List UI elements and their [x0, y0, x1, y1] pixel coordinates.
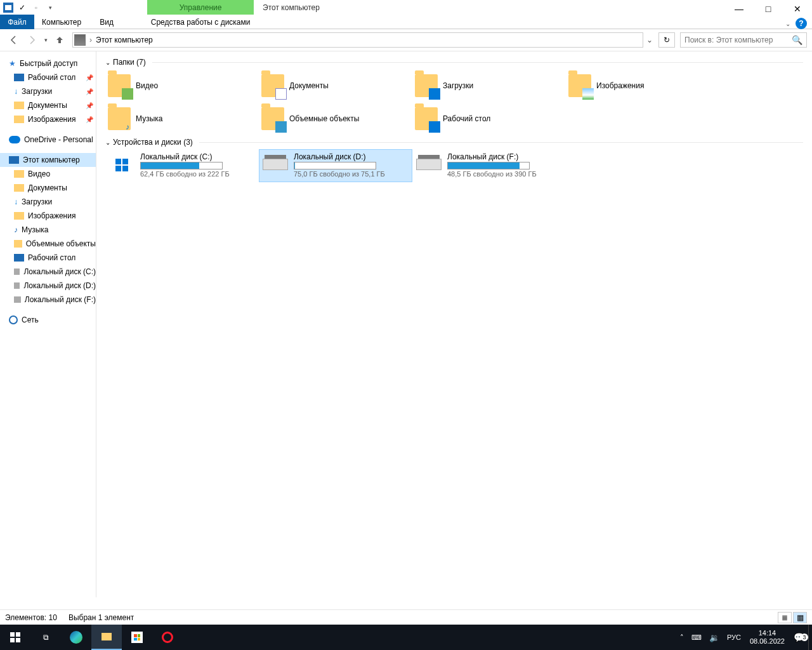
sidebar-this-pc[interactable]: Этот компьютер	[0, 153, 96, 167]
folder-desktop[interactable]: Рабочий стол	[412, 102, 566, 135]
group-header-folders[interactable]: ⌄ Папки (7)	[105, 55, 803, 69]
tray-volume-icon[interactable]: 🔉	[705, 633, 723, 642]
sidebar-pictures[interactable]: Изображения📌	[0, 112, 96, 126]
pin-icon: 📌	[86, 102, 93, 109]
sidebar-quick-access[interactable]: ★Быстрый доступ	[0, 56, 96, 70]
star-icon: ★	[9, 59, 16, 68]
disk-icon	[14, 269, 20, 275]
address-dropdown-button[interactable]: ⌄	[643, 32, 656, 48]
sidebar-downloads2[interactable]: ↓Загрузки	[0, 195, 96, 209]
folder-music[interactable]: ♪Музыка	[105, 102, 259, 135]
search-box[interactable]: 🔍	[680, 32, 807, 48]
pin-icon: 📌	[86, 88, 93, 95]
folder-videos[interactable]: Видео	[105, 69, 259, 102]
drive-name: Локальный диск (F:)	[447, 152, 563, 161]
group-header-drives[interactable]: ⌄ Устройства и диски (3)	[105, 135, 803, 149]
folder-icon	[108, 74, 131, 97]
navigation-tree[interactable]: ★Быстрый доступ Рабочий стол📌 ↓Загрузки📌…	[0, 51, 96, 597]
drive-d[interactable]: Локальный диск (D:) 75,0 ГБ свободно из …	[259, 149, 412, 182]
folder-icon	[415, 107, 438, 130]
sidebar-network[interactable]: Сеть	[0, 313, 96, 327]
drive-free-text: 75,0 ГБ свободно из 75,1 ГБ	[294, 170, 409, 178]
folder-3d-objects[interactable]: Объемные объекты	[259, 102, 412, 135]
drive-c[interactable]: Локальный диск (C:) 62,4 ГБ свободно из …	[105, 149, 259, 182]
qat-properties-icon[interactable]: ✓	[15, 1, 29, 15]
sidebar-documents2[interactable]: Документы	[0, 181, 96, 195]
network-icon	[9, 315, 18, 324]
folder-downloads[interactable]: Загрузки	[412, 69, 566, 102]
sidebar-onedrive[interactable]: OneDrive - Personal	[0, 133, 96, 147]
window-title: Этот компьютер	[254, 0, 724, 15]
refresh-button[interactable]: ↻	[658, 32, 675, 48]
folder-icon	[14, 240, 22, 248]
search-icon[interactable]: 🔍	[792, 35, 806, 45]
folder-icon	[14, 116, 24, 123]
close-button[interactable]: ✕	[783, 0, 812, 18]
drive-name: Локальный диск (D:)	[294, 152, 409, 161]
search-input[interactable]	[684, 36, 792, 44]
taskbar-explorer[interactable]	[91, 625, 122, 650]
drive-free-text: 62,4 ГБ свободно из 222 ГБ	[140, 170, 256, 178]
maximize-button[interactable]: □	[754, 0, 783, 18]
sidebar-disk-f[interactable]: Локальный диск (F:)	[0, 293, 96, 307]
tab-computer[interactable]: Компьютер	[34, 15, 89, 29]
tray-overflow-icon[interactable]: ˄	[676, 633, 688, 642]
sidebar-disk-c[interactable]: Локальный диск (C:)	[0, 265, 96, 279]
view-large-icons-button[interactable]: ▦	[793, 612, 807, 623]
taskbar-store[interactable]	[122, 625, 152, 650]
status-items-count: Элементов: 10	[5, 613, 57, 622]
chevron-down-icon: ⌄	[105, 139, 110, 146]
folder-icon	[14, 212, 24, 220]
nav-up-button[interactable]	[51, 31, 69, 49]
sidebar-3d-objects[interactable]: Объемные объекты	[0, 237, 96, 251]
tray-clock[interactable]: 14:14 08.06.2022	[745, 629, 790, 646]
sidebar-pictures2[interactable]: Изображения	[0, 209, 96, 223]
drive-usage-bar	[140, 162, 223, 169]
folder-icon	[261, 107, 284, 130]
tab-drive-tools[interactable]: Средства работы с дисками	[147, 15, 254, 29]
show-desktop-button[interactable]	[808, 625, 812, 650]
desktop-icon	[14, 254, 24, 262]
app-icon[interactable]	[1, 1, 15, 15]
ribbon-expand-icon[interactable]: ⌄	[785, 20, 790, 27]
help-icon[interactable]: ?	[796, 18, 807, 29]
task-view-button[interactable]: ⧉	[30, 625, 61, 650]
content-area[interactable]: ⌄ Папки (7) Видео Документы Загрузки Изо…	[96, 51, 812, 597]
tray-language[interactable]: РУС	[723, 633, 745, 641]
tab-file[interactable]: Файл	[0, 15, 34, 29]
drive-name: Локальный диск (C:)	[140, 152, 256, 161]
folder-icon	[415, 74, 438, 97]
sidebar-disk-d[interactable]: Локальный диск (D:)	[0, 279, 96, 293]
folder-pictures[interactable]: Изображения	[566, 69, 719, 102]
status-bar: Элементов: 10 Выбран 1 элемент ≣ ▦	[0, 609, 812, 625]
view-details-button[interactable]: ≣	[778, 612, 792, 623]
context-tab-header: Управление	[147, 0, 254, 15]
sidebar-desktop2[interactable]: Рабочий стол	[0, 251, 96, 265]
location-icon	[74, 34, 86, 46]
taskbar-opera[interactable]	[152, 625, 183, 650]
address-bar[interactable]: › Этот компьютер	[72, 32, 643, 48]
sidebar-downloads[interactable]: ↓Загрузки📌	[0, 84, 96, 98]
tray-action-center[interactable]: 💬 3	[790, 632, 808, 642]
start-button[interactable]	[0, 625, 30, 650]
sidebar-documents[interactable]: Документы📌	[0, 98, 96, 112]
breadcrumb-this-pc[interactable]: Этот компьютер	[96, 36, 153, 44]
nav-forward-button[interactable]	[23, 31, 41, 49]
minimize-button[interactable]: —	[724, 0, 754, 18]
qat-newfolder-icon[interactable]: ▫	[29, 1, 43, 15]
sidebar-desktop[interactable]: Рабочий стол📌	[0, 70, 96, 84]
taskbar-edge[interactable]	[61, 625, 91, 650]
nav-history-dropdown[interactable]: ▾	[41, 31, 51, 49]
qat-customize-dropdown[interactable]: ▾	[43, 1, 57, 15]
sidebar-music[interactable]: ♪Музыка	[0, 223, 96, 237]
breadcrumb-sep-icon[interactable]: ›	[89, 36, 92, 44]
drive-f[interactable]: Локальный диск (F:) 48,5 ГБ свободно из …	[412, 149, 566, 182]
tab-view[interactable]: Вид	[89, 15, 124, 29]
folder-documents[interactable]: Документы	[259, 69, 412, 102]
sidebar-videos[interactable]: Видео	[0, 167, 96, 181]
taskbar[interactable]: ⧉ ˄ ⌨ 🔉 РУС 14:14 08.06.2022 💬 3	[0, 625, 812, 650]
drive-icon	[108, 155, 135, 174]
tray-touchkbd-icon[interactable]: ⌨	[688, 633, 705, 642]
nav-back-button[interactable]	[5, 31, 23, 49]
pin-icon: 📌	[86, 74, 93, 81]
